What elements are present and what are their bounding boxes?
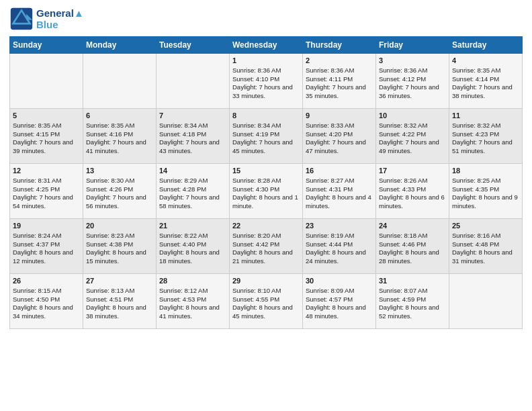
sunrise-text: Sunrise: 8:18 AM — [379, 232, 427, 239]
sunrise-text: Sunrise: 8:32 AM — [452, 122, 500, 129]
day-number: 22 — [232, 221, 300, 231]
sunset-text: Sunset: 4:57 PM — [306, 295, 353, 303]
sunrise-text: Sunrise: 8:35 AM — [86, 122, 134, 129]
day-number: 31 — [379, 276, 446, 286]
calendar-cell — [83, 54, 157, 109]
sunset-text: Sunset: 4:35 PM — [452, 185, 499, 193]
sunset-text: Sunset: 4:23 PM — [452, 130, 499, 138]
sunrise-text: Sunrise: 8:34 AM — [232, 122, 281, 129]
sunrise-text: Sunrise: 8:36 AM — [379, 66, 427, 74]
calendar-cell: 21Sunrise: 8:22 AMSunset: 4:40 PMDayligh… — [157, 219, 230, 274]
logo-icon — [9, 7, 34, 31]
sunrise-text: Sunrise: 8:20 AM — [232, 232, 281, 239]
day-number: 14 — [159, 166, 226, 176]
day-number: 30 — [306, 276, 373, 286]
day-number: 12 — [13, 166, 80, 176]
calendar-cell: 3Sunrise: 8:36 AMSunset: 4:12 PMDaylight… — [376, 54, 449, 109]
page-container: General▲ Blue Sunday Monday Tuesday Wedn… — [0, 0, 532, 411]
daylight-text: Daylight: 7 hours and 58 minutes. — [159, 193, 220, 210]
calendar-cell — [157, 54, 230, 109]
calendar-cell: 22Sunrise: 8:20 AMSunset: 4:42 PMDayligh… — [230, 219, 303, 274]
calendar-week-row: 26Sunrise: 8:15 AMSunset: 4:50 PMDayligh… — [10, 274, 523, 329]
daylight-text: Daylight: 8 hours and 45 minutes. — [232, 304, 293, 320]
calendar-table: Sunday Monday Tuesday Wednesday Thursday… — [9, 36, 523, 329]
sunrise-text: Sunrise: 8:23 AM — [86, 232, 134, 239]
daylight-text: Daylight: 8 hours and 48 minutes. — [306, 304, 366, 320]
daylight-text: Daylight: 8 hours and 9 minutes. — [452, 193, 518, 210]
sunset-text: Sunset: 4:53 PM — [159, 295, 206, 303]
daylight-text: Daylight: 8 hours and 24 minutes. — [306, 248, 366, 265]
header-sunday: Sunday — [10, 37, 83, 54]
sunset-text: Sunset: 4:48 PM — [452, 240, 499, 248]
sunrise-text: Sunrise: 8:07 AM — [379, 287, 427, 294]
calendar-cell: 23Sunrise: 8:19 AMSunset: 4:44 PMDayligh… — [303, 219, 376, 274]
sunset-text: Sunset: 4:55 PM — [232, 295, 279, 303]
daylight-text: Daylight: 8 hours and 52 minutes. — [379, 304, 439, 320]
sunset-text: Sunset: 4:10 PM — [232, 75, 279, 83]
sunset-text: Sunset: 4:33 PM — [379, 185, 426, 193]
day-number: 8 — [232, 111, 300, 121]
sunrise-text: Sunrise: 8:12 AM — [159, 287, 208, 294]
daylight-text: Daylight: 8 hours and 18 minutes. — [159, 248, 220, 265]
day-number: 20 — [86, 221, 153, 231]
sunset-text: Sunset: 4:22 PM — [379, 130, 426, 138]
calendar-cell: 6Sunrise: 8:35 AMSunset: 4:16 PMDaylight… — [83, 109, 157, 164]
sunset-text: Sunset: 4:26 PM — [86, 185, 133, 193]
daylight-text: Daylight: 7 hours and 56 minutes. — [86, 193, 146, 210]
sunrise-text: Sunrise: 8:35 AM — [452, 66, 500, 74]
sunset-text: Sunset: 4:14 PM — [452, 75, 499, 83]
day-number: 6 — [86, 111, 153, 121]
calendar-cell: 24Sunrise: 8:18 AMSunset: 4:46 PMDayligh… — [376, 219, 449, 274]
day-number: 25 — [452, 221, 519, 231]
calendar-cell: 28Sunrise: 8:12 AMSunset: 4:53 PMDayligh… — [157, 274, 230, 329]
sunset-text: Sunset: 4:20 PM — [306, 130, 353, 138]
sunset-text: Sunset: 4:16 PM — [86, 130, 133, 138]
calendar-cell: 7Sunrise: 8:34 AMSunset: 4:18 PMDaylight… — [157, 109, 230, 164]
day-number: 1 — [232, 56, 300, 66]
calendar-cell: 11Sunrise: 8:32 AMSunset: 4:23 PMDayligh… — [449, 109, 523, 164]
day-number: 4 — [452, 56, 519, 66]
sunset-text: Sunset: 4:42 PM — [232, 240, 279, 248]
sunrise-text: Sunrise: 8:34 AM — [159, 122, 208, 129]
calendar-cell: 13Sunrise: 8:30 AMSunset: 4:26 PMDayligh… — [83, 164, 157, 219]
sunrise-text: Sunrise: 8:33 AM — [306, 122, 354, 129]
sunrise-text: Sunrise: 8:22 AM — [159, 232, 208, 239]
sunset-text: Sunset: 4:59 PM — [379, 295, 426, 303]
calendar-cell: 4Sunrise: 8:35 AMSunset: 4:14 PMDaylight… — [449, 54, 523, 109]
daylight-text: Daylight: 7 hours and 38 minutes. — [452, 83, 513, 99]
logo-text: General▲ Blue — [36, 7, 84, 31]
calendar-cell: 5Sunrise: 8:35 AMSunset: 4:15 PMDaylight… — [10, 109, 83, 164]
sunset-text: Sunset: 4:37 PM — [13, 240, 60, 248]
sunset-text: Sunset: 4:19 PM — [232, 130, 279, 138]
daylight-text: Daylight: 7 hours and 41 minutes. — [86, 138, 146, 154]
sunset-text: Sunset: 4:12 PM — [379, 75, 426, 83]
sunrise-text: Sunrise: 8:30 AM — [86, 177, 134, 184]
day-number: 5 — [13, 111, 80, 121]
calendar-cell: 16Sunrise: 8:27 AMSunset: 4:31 PMDayligh… — [303, 164, 376, 219]
day-number: 13 — [86, 166, 153, 176]
day-number: 2 — [306, 56, 373, 66]
sunrise-text: Sunrise: 8:16 AM — [452, 232, 500, 239]
calendar-cell: 2Sunrise: 8:36 AMSunset: 4:11 PMDaylight… — [303, 54, 376, 109]
day-number: 7 — [159, 111, 226, 121]
sunset-text: Sunset: 4:25 PM — [13, 185, 60, 193]
daylight-text: Daylight: 8 hours and 31 minutes. — [452, 248, 513, 265]
daylight-text: Daylight: 7 hours and 54 minutes. — [13, 193, 73, 210]
calendar-header-row: Sunday Monday Tuesday Wednesday Thursday… — [10, 37, 523, 54]
logo: General▲ Blue — [9, 7, 84, 31]
daylight-text: Daylight: 7 hours and 43 minutes. — [159, 138, 220, 154]
calendar-cell: 26Sunrise: 8:15 AMSunset: 4:50 PMDayligh… — [10, 274, 83, 329]
calendar-cell: 27Sunrise: 8:13 AMSunset: 4:51 PMDayligh… — [83, 274, 157, 329]
daylight-text: Daylight: 7 hours and 33 minutes. — [232, 83, 293, 99]
calendar-cell: 25Sunrise: 8:16 AMSunset: 4:48 PMDayligh… — [449, 219, 523, 274]
daylight-text: Daylight: 8 hours and 34 minutes. — [13, 304, 73, 320]
day-number: 9 — [306, 111, 373, 121]
calendar-cell: 19Sunrise: 8:24 AMSunset: 4:37 PMDayligh… — [10, 219, 83, 274]
daylight-text: Daylight: 8 hours and 1 minute. — [232, 193, 298, 210]
calendar-cell: 31Sunrise: 8:07 AMSunset: 4:59 PMDayligh… — [376, 274, 449, 329]
sunrise-text: Sunrise: 8:09 AM — [306, 287, 354, 294]
page-header: General▲ Blue — [9, 7, 523, 31]
daylight-text: Daylight: 7 hours and 47 minutes. — [306, 138, 366, 154]
sunrise-text: Sunrise: 8:27 AM — [306, 177, 354, 184]
calendar-cell: 15Sunrise: 8:28 AMSunset: 4:30 PMDayligh… — [230, 164, 303, 219]
